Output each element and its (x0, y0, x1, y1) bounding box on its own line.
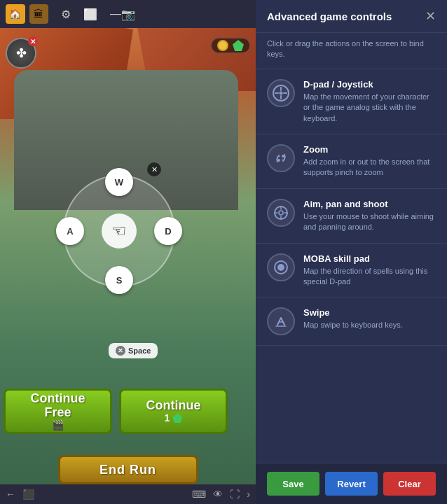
swipe-icon (267, 307, 295, 335)
title-bar: 🏠 🏛 ⚙ ⬜ — 📷 (0, 0, 256, 28)
fullscreen-toolbar-icon[interactable]: ⛶ (230, 489, 240, 500)
control-item-swipe[interactable]: Swipe Map swipe to keyboard keys. (256, 298, 447, 346)
swipe-info: Swipe Map swipe to keyboard keys. (303, 307, 436, 330)
panel-close-icon[interactable]: ✕ (425, 8, 436, 24)
hud: ✤ ✕ (0, 35, 256, 71)
back-icon[interactable]: ← (6, 489, 15, 500)
keyboard-toolbar-icon[interactable]: ⌨ (192, 489, 206, 500)
gem-count: 1 (165, 412, 183, 424)
right-panel: Advanced game controls ✕ Click or drag t… (256, 0, 447, 504)
hud-left: ✤ ✕ (6, 38, 36, 69)
moba-info: MOBA skill pad Map the direction of spel… (303, 253, 436, 288)
wasd-control[interactable]: ✕ W A S D ☜ (56, 168, 182, 294)
window-icon[interactable]: ⬜ (79, 5, 102, 24)
zoom-info: Zoom Add zoom in or out to the screen th… (303, 144, 436, 178)
gem-count-number: 1 (165, 412, 170, 424)
bottom-actions: Save Revert Clear (256, 463, 447, 504)
control-item-dpad[interactable]: D-pad / Joystick Map the movement of you… (256, 69, 447, 134)
coin-gem-bar (211, 38, 250, 53)
swipe-name: Swipe (303, 307, 436, 318)
gem-icon (233, 40, 244, 51)
continue-paid-text: Continue (146, 399, 201, 413)
s-key: S (105, 266, 133, 294)
continue-paid-content: Continue 1 (146, 399, 201, 424)
end-run-label: End Run (99, 463, 156, 477)
clapperboard-icon: 🎬 (52, 419, 64, 430)
game-icon[interactable]: 🏛 (29, 4, 49, 24)
toolbar-left: ← ⬛ (6, 489, 34, 500)
aim-name: Aim, pan and shoot (303, 199, 436, 209)
save-button[interactable]: Save (267, 472, 319, 496)
panel-header: Advanced game controls ✕ (256, 0, 447, 33)
svg-point-7 (277, 264, 284, 271)
hud-center (211, 38, 250, 53)
svg-point-2 (277, 159, 280, 162)
continue-free-text-line2: Free (44, 406, 71, 420)
panel-title: Advanced game controls (267, 10, 392, 22)
space-close-icon[interactable]: ✕ (116, 346, 125, 356)
d-key: D (154, 217, 182, 245)
swipe-desc: Map swipe to keyboard keys. (303, 320, 436, 330)
toolbar-right: ⌨ 👁 ⛶ › (192, 489, 250, 500)
moba-icon (267, 253, 295, 281)
controls-list: D-pad / Joystick Map the movement of you… (256, 69, 447, 463)
continue-free-text-line1: Continue (31, 392, 85, 406)
game-area: 🏠 🏛 ⚙ ⬜ — 📷 ✤ ✕ ✕ (0, 0, 256, 504)
w-key: W (105, 168, 133, 196)
dpad-info: D-pad / Joystick Map the movement of you… (303, 79, 436, 124)
control-item-zoom[interactable]: Zoom Add zoom in or out to the screen th… (256, 134, 447, 189)
moba-desc: Map the direction of spells using this s… (303, 266, 436, 288)
camera-icon: 📷 (121, 8, 135, 21)
wasd-center-icon: ☜ (102, 214, 137, 248)
svg-point-1 (280, 91, 283, 94)
chevron-toolbar-icon[interactable]: › (247, 489, 250, 500)
dpad-icon (267, 79, 295, 107)
continue-free-button[interactable]: Continue Free 🎬 (4, 388, 112, 434)
skill-close-icon: ✕ (28, 36, 38, 46)
dpad-name: D-pad / Joystick (303, 79, 436, 90)
zoom-name: Zoom (303, 144, 436, 155)
clear-button[interactable]: Clear (383, 472, 436, 496)
svg-point-3 (282, 155, 284, 158)
control-item-aim[interactable]: Aim, pan and shoot Use your mouse to sho… (256, 189, 447, 244)
revert-button[interactable]: Revert (325, 472, 378, 496)
end-run-button[interactable]: End Run (58, 455, 198, 484)
aim-info: Aim, pan and shoot Use your mouse to sho… (303, 199, 436, 233)
continue-free-subtext: 🎬 (52, 419, 64, 430)
svg-point-5 (279, 211, 283, 215)
aim-desc: Use your mouse to shoot while aiming and… (303, 211, 436, 233)
home-toolbar-icon[interactable]: ⬛ (22, 489, 34, 500)
aim-icon (267, 199, 295, 227)
zoom-desc: Add zoom in or out to the screen that su… (303, 157, 436, 178)
coin-icon (217, 40, 228, 51)
eye-toolbar-icon[interactable]: 👁 (213, 489, 223, 500)
a-key: A (56, 217, 84, 245)
dpad-desc: Map the movement of your character or th… (303, 92, 436, 124)
home-icon[interactable]: 🏠 (6, 4, 25, 24)
space-key[interactable]: ✕ Space (109, 343, 158, 358)
wasd-close-icon[interactable]: ✕ (147, 162, 161, 176)
continue-paid-button[interactable]: Continue 1 (119, 388, 228, 434)
panel-subtitle: Click or drag the actions on the screen … (256, 33, 447, 69)
space-key-label: Space (128, 346, 151, 355)
gem-icon-small (172, 413, 182, 423)
settings-icon[interactable]: ⚙ (57, 5, 75, 24)
zoom-icon (267, 144, 295, 172)
skill-circle-1: ✤ ✕ (6, 38, 36, 69)
moba-name: MOBA skill pad (303, 253, 436, 264)
bottom-toolbar: ← ⬛ ⌨ 👁 ⛶ › (0, 484, 256, 504)
control-item-moba[interactable]: MOBA skill pad Map the direction of spel… (256, 244, 447, 298)
